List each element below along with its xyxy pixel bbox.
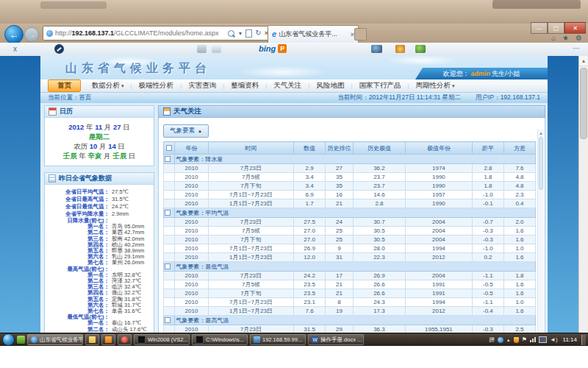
group-checkbox[interactable]	[165, 317, 171, 323]
browser-scrollbar-thumb[interactable]	[580, 68, 587, 139]
blocked-site-icon[interactable]	[54, 44, 64, 54]
system-tray: 拼 ▲ ⚑ ◄) 11:14	[489, 336, 579, 344]
scrollbar-thumb[interactable]	[539, 137, 543, 190]
nav-item-7[interactable]: 风险地图	[309, 81, 351, 91]
browser-tab[interactable]: e 山东省气候业务平... ×	[268, 25, 359, 43]
taskbar-clock[interactable]: 11:14	[561, 336, 579, 343]
table-row: 20101月1日~7月23日7.61917.32012-0.41.6	[164, 307, 536, 316]
close-window-button[interactable]: ✕	[564, 22, 586, 34]
more-tools-icon[interactable]: ⋯	[573, 44, 581, 52]
cell: 21	[326, 289, 354, 298]
nav-item-3[interactable]: 极端性分析	[132, 81, 181, 91]
calendar-panel: 日历 2012 年 11 月 27 日星期二农历 10 月 14 日壬辰 年 辛…	[44, 105, 154, 166]
browser-command-bar: x bing P ⋯	[0, 43, 588, 57]
scroll-up-icon[interactable]: ▲	[538, 130, 544, 136]
cell: 2004	[405, 227, 472, 236]
nav-item-2[interactable]: 数据分析▾	[85, 81, 131, 91]
browser-scrollbar[interactable]: ▲	[578, 56, 588, 346]
ime-indicator[interactable]: 拼	[489, 336, 495, 344]
panel-scrollbar[interactable]: ▲	[537, 130, 544, 345]
rank-value: 莱州 26.0mm	[110, 260, 144, 266]
volume-icon[interactable]: ◄)	[550, 337, 558, 343]
url-dropdown-icon[interactable]: ▼	[237, 31, 243, 36]
cell: 1.6	[503, 289, 535, 298]
row-checkbox-cell	[164, 199, 175, 208]
cell: 24.2	[294, 272, 326, 280]
taskbar-button-2[interactable]	[85, 334, 99, 345]
sparkle-icon[interactable]	[395, 45, 405, 53]
cell: 7月5候	[208, 227, 293, 236]
nav-item-5[interactable]: 整编资料	[224, 81, 265, 91]
cell: 0.2	[472, 253, 503, 262]
calendar-weekday-line: 星期二	[51, 132, 148, 141]
group-checkbox[interactable]	[165, 263, 171, 269]
hidden-icons-arrow-icon[interactable]: ▲	[506, 338, 511, 342]
cell: 26.9	[294, 244, 326, 253]
refresh-icon[interactable]: ↻	[255, 30, 261, 36]
url-input[interactable]: http://192.168.137.1/GLCCLIMATE/modules/…	[43, 26, 272, 40]
cell: 22.3	[354, 253, 406, 262]
camera-icon[interactable]	[371, 45, 382, 53]
taskbar-button-3[interactable]	[101, 334, 115, 345]
network-icon[interactable]	[530, 337, 536, 342]
taskbar-button-1[interactable]: 山东省气候业务平...	[27, 334, 83, 345]
taskbar-button-5[interactable]: Win2008 (VS2...	[134, 334, 190, 345]
minimize-button[interactable]: —	[531, 22, 548, 34]
browser-scroll-up-icon[interactable]: ▲	[579, 56, 588, 66]
cell: 7.6	[503, 164, 535, 173]
card-icon[interactable]	[197, 45, 207, 53]
search-icon[interactable]	[228, 30, 234, 37]
back-button[interactable]: ←	[4, 25, 24, 44]
row-checkbox-cell	[164, 298, 175, 307]
column-header-5: 历史极值	[354, 142, 406, 155]
maximize-button[interactable]: ▢	[548, 22, 564, 34]
new-tab-button[interactable]	[354, 28, 367, 40]
favorites-star-icon[interactable]: ★	[562, 34, 569, 42]
start-button[interactable]	[2, 333, 15, 346]
taskbar-button-6[interactable]: C:\Windows\s...	[192, 334, 248, 345]
current-time: 当前时间：2012年11月27日 11:14:31 星期二	[337, 93, 461, 102]
cell: 2.8	[472, 164, 503, 173]
gear-icon[interactable]: ⚙	[576, 34, 582, 42]
cell: 6.9	[294, 191, 326, 199]
compatibility-view-icon[interactable]	[245, 29, 252, 38]
tray-app-icon[interactable]	[498, 337, 503, 343]
quick-launch-icon[interactable]	[17, 336, 25, 344]
display-icon[interactable]	[539, 336, 547, 343]
nav-item-1[interactable]: 首页	[48, 79, 81, 92]
url-text: http://192.168.137.1/GLCCLIMATE/modules/…	[55, 29, 226, 37]
taskbar-button-7[interactable]: 192.168.59.99...	[250, 334, 306, 345]
close-bar-button[interactable]: x	[13, 45, 17, 53]
group-checkbox[interactable]	[165, 156, 171, 162]
stat-label: 全省日最高气温：	[45, 196, 110, 203]
cell: 2010	[175, 227, 209, 236]
bing-logo[interactable]: bing P	[259, 44, 287, 53]
security-icon[interactable]	[514, 337, 519, 343]
group-checkbox[interactable]	[165, 210, 171, 216]
action-center-flag-icon[interactable]: ⚑	[522, 337, 527, 343]
element-dropdown-button[interactable]: 气象要素 ▲	[163, 124, 209, 138]
cell: 7月23日	[208, 218, 293, 227]
cell: 1月1日~7月23日	[208, 307, 293, 316]
nav-item-6[interactable]: 天气关注	[267, 81, 308, 91]
mail-icon[interactable]	[212, 45, 221, 53]
group-row: 气象要素：最低气温	[164, 262, 536, 272]
home-icon[interactable]: ⌂	[551, 34, 556, 42]
stat-label: 全省日平均气温：	[45, 188, 110, 196]
taskbar-button-8[interactable]: W操作手册.docx ...	[308, 334, 364, 345]
select-all-checkbox[interactable]	[166, 145, 172, 151]
taskbar-button-label: 操作手册.docx ...	[320, 336, 362, 344]
nav-item-8[interactable]: 国家下行产品	[352, 81, 407, 91]
column-header-6: 极值年份	[405, 142, 472, 155]
forward-button[interactable]: →	[24, 27, 39, 42]
cell: 35	[326, 173, 354, 182]
taskbar-button-4[interactable]	[118, 334, 132, 345]
nav-item-9[interactable]: 周期性分析▾	[409, 81, 462, 91]
cell: 1.6	[503, 227, 535, 236]
nav-item-4[interactable]: 灾害查询	[182, 81, 223, 91]
calendar-date-line: 2012 年 11 月 27 日	[51, 122, 148, 132]
column-header-8: 方差	[503, 142, 535, 155]
show-desktop-button[interactable]	[581, 335, 586, 345]
community-icon[interactable]	[415, 45, 426, 53]
browser-action-icons: ⌂ ★ ⚙	[551, 34, 582, 42]
